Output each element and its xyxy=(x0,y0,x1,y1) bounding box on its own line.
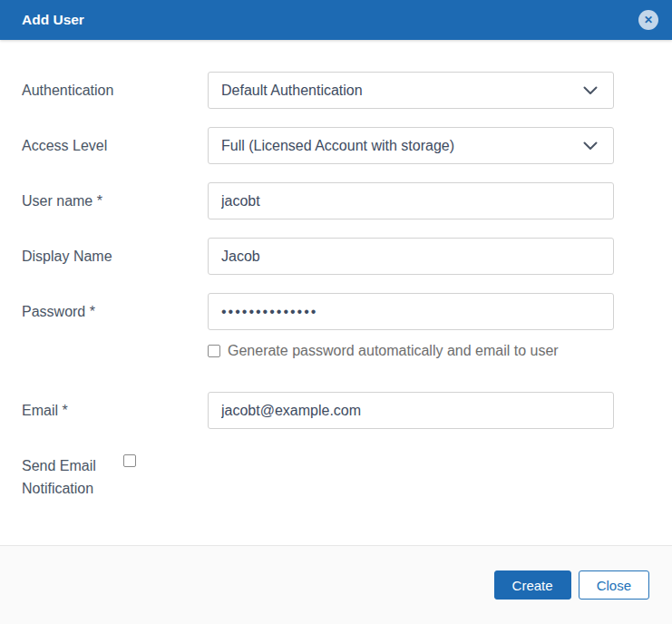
chevron-down-icon xyxy=(582,140,600,152)
email-label: Email * xyxy=(22,392,208,422)
display-name-label: Display Name xyxy=(22,238,208,268)
email-row: Email * xyxy=(22,392,650,429)
access-level-select[interactable]: Full (Licensed Account with storage) xyxy=(208,127,614,164)
authentication-select[interactable]: Default Authentication xyxy=(208,72,614,109)
display-name-row: Display Name xyxy=(22,238,650,275)
authentication-label: Authentication xyxy=(22,72,208,102)
chevron-down-icon xyxy=(582,84,600,97)
modal-footer: Create Close xyxy=(0,545,672,624)
password-row: Password * Generate password automatical… xyxy=(22,293,650,392)
close-button[interactable]: Close xyxy=(579,570,649,600)
send-email-notification-row: Send Email Notification xyxy=(22,447,650,500)
user-name-input[interactable] xyxy=(208,182,614,219)
authentication-row: Authentication Default Authentication xyxy=(22,72,650,109)
access-level-row: Access Level Full (Licensed Account with… xyxy=(22,127,650,164)
send-email-notification-label: Send Email Notification xyxy=(22,447,123,500)
generate-password-checkbox[interactable] xyxy=(208,345,220,357)
user-name-row: User name * xyxy=(22,182,650,219)
generate-password-label: Generate password automatically and emai… xyxy=(228,343,559,359)
modal-title: Add User xyxy=(22,12,84,28)
display-name-input[interactable] xyxy=(208,238,614,275)
modal-header: Add User ✕ xyxy=(0,0,672,40)
access-level-selected-value: Full (Licensed Account with storage) xyxy=(221,138,454,154)
create-button[interactable]: Create xyxy=(494,570,571,600)
password-label: Password * xyxy=(22,293,208,323)
user-name-label: User name * xyxy=(22,182,208,212)
access-level-label: Access Level xyxy=(22,127,208,157)
email-input[interactable] xyxy=(208,392,614,429)
authentication-selected-value: Default Authentication xyxy=(221,83,363,99)
add-user-modal: Add User ✕ Authentication Default Authen… xyxy=(0,0,672,624)
password-input[interactable] xyxy=(208,293,614,330)
send-email-notification-checkbox[interactable] xyxy=(123,454,136,467)
close-icon[interactable]: ✕ xyxy=(638,10,658,30)
generate-password-row: Generate password automatically and emai… xyxy=(208,343,614,359)
modal-body: Authentication Default Authentication Ac… xyxy=(0,40,672,545)
